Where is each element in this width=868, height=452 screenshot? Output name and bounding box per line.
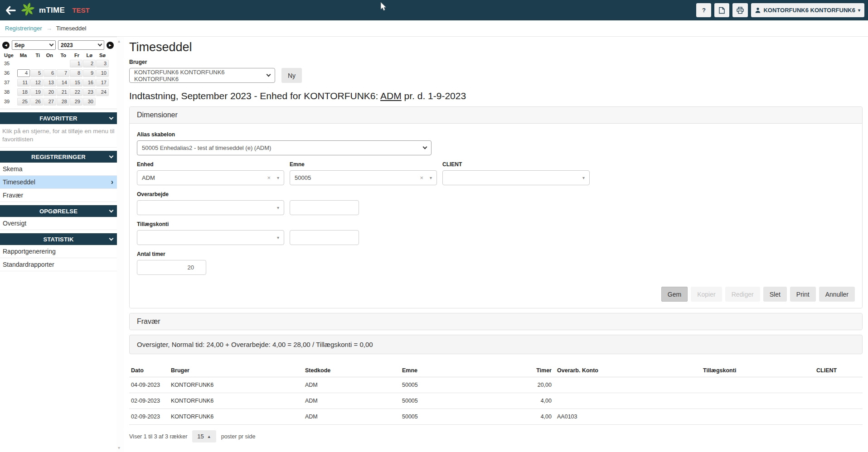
alias-skabelon-select[interactable]: 50005 Enhedalias2 - test af timeseddel (…: [137, 140, 432, 155]
help-button[interactable]: ?: [696, 3, 711, 17]
calendar-day-3[interactable]: 3: [96, 60, 109, 67]
print-button[interactable]: Print: [790, 287, 816, 302]
calendar-day-13[interactable]: 13: [44, 79, 56, 87]
calendar-day-12[interactable]: 12: [30, 79, 43, 87]
calendar-day-8[interactable]: 8: [70, 69, 82, 77]
chevron-down-icon: [109, 236, 114, 241]
chevron-down-icon: [49, 42, 54, 47]
calendar-day-1[interactable]: 1: [70, 60, 82, 67]
calendar-day-2[interactable]: 2: [83, 60, 96, 67]
dimensioner-panel-header[interactable]: Dimensioner: [130, 107, 862, 124]
calendar-day-29[interactable]: 29: [70, 98, 82, 106]
overarbejde-combobox[interactable]: ▾: [137, 200, 284, 215]
alias-skabelon-label: Alias skabelon: [137, 131, 855, 138]
calendar-day-22[interactable]: 22: [70, 88, 82, 96]
calendar-day-4[interactable]: 4: [17, 69, 30, 77]
pdf-export-button[interactable]: [714, 3, 729, 17]
calendar-day-30[interactable]: 30: [83, 98, 96, 106]
calendar-day-15[interactable]: 15: [70, 79, 82, 87]
printer-icon: [737, 7, 744, 14]
breadcrumb-link-registreringer[interactable]: Registreringer: [5, 25, 42, 32]
column-header-stedkode: Stedkode: [303, 364, 400, 377]
calendar-day-28[interactable]: 28: [57, 98, 69, 106]
breadcrumb: Registreringer → Timeseddel: [0, 20, 868, 37]
chevron-down-icon: ▾: [277, 235, 279, 240]
calendar-next-month-button[interactable]: ▶: [107, 42, 114, 49]
calendar-day-25[interactable]: 25: [17, 98, 30, 106]
back-button[interactable]: [5, 5, 17, 16]
tillaegskonti-combobox[interactable]: ▾: [137, 230, 284, 245]
calendar-day-6[interactable]: 6: [44, 69, 56, 77]
calendar-year-select[interactable]: 2023: [58, 40, 104, 50]
clear-icon[interactable]: ×: [420, 174, 423, 181]
calendar-month-select[interactable]: Sep: [12, 40, 56, 50]
content-scrollbar[interactable]: ▴ ▾: [117, 37, 124, 452]
sidebar-item-timeseddel[interactable]: Timeseddel›: [0, 176, 117, 189]
emne-combobox[interactable]: 50005 × ▾: [290, 170, 437, 185]
chevron-down-icon: ▾: [277, 175, 279, 180]
table-row[interactable]: 02-09-2023KONTORFUNK6ADM500054,00: [129, 393, 863, 409]
table-row[interactable]: 04-09-2023KONTORFUNK6ADM5000520,00: [129, 377, 863, 393]
bruger-select[interactable]: KONTORFUNK6 KONTORFUNK6 KONTORFUNK6: [129, 68, 275, 83]
sidebar-item-fravaer[interactable]: Fravær: [0, 189, 117, 202]
calendar-day-21[interactable]: 21: [57, 88, 69, 96]
table-body: 04-09-2023KONTORFUNK6ADM5000520,0002-09-…: [129, 377, 863, 425]
calendar-week-number: 39: [3, 98, 17, 106]
calendar-day-20[interactable]: 20: [44, 88, 56, 96]
gem-button[interactable]: Gem: [661, 287, 688, 302]
fravaer-panel: Fravær: [129, 313, 863, 330]
column-header-bruger: Bruger: [169, 364, 303, 377]
clear-icon[interactable]: ×: [267, 174, 271, 181]
antal-timer-input[interactable]: [137, 260, 206, 275]
calendar-day-23[interactable]: 23: [83, 88, 96, 96]
column-header-client: CLIENT: [815, 364, 863, 377]
sidebar-item-oversigt[interactable]: Oversigt: [0, 217, 117, 230]
pagination-suffix: poster pr side: [221, 433, 256, 440]
calendar-day-7[interactable]: 7: [57, 69, 69, 77]
page-size-button[interactable]: 15 ▲: [192, 430, 216, 442]
enhed-combobox[interactable]: ADM × ▾: [137, 170, 284, 185]
chevron-down-icon: [267, 72, 271, 77]
top-navbar: mTIME TEST ? KONTORFUNK6: [0, 0, 868, 20]
calendar-day-24[interactable]: 24: [96, 88, 109, 96]
tillaegskonti-hours-input[interactable]: [290, 230, 359, 245]
ny-button[interactable]: Ny: [281, 68, 302, 83]
calendar-blank-cell: [57, 60, 69, 67]
print-button[interactable]: [732, 3, 748, 17]
scroll-up-icon[interactable]: ▴: [118, 38, 120, 43]
overarbejde-label: Overarbejde: [137, 191, 855, 197]
calendar-header-uge: Uge: [3, 53, 17, 58]
chevron-down-icon: ▾: [430, 175, 432, 180]
scroll-down-icon[interactable]: ▾: [118, 445, 120, 450]
annuller-button[interactable]: Annuller: [819, 287, 855, 302]
unit-link[interactable]: ADM: [380, 91, 402, 101]
overarbejde-hours-input[interactable]: [290, 200, 359, 215]
sidebar-item-rapportgenerering[interactable]: Rapportgenerering: [0, 245, 117, 258]
sidebar-item-skema[interactable]: Skema: [0, 163, 117, 176]
table-row[interactable]: 02-09-2023KONTORFUNK6ADM500054,00AA0103: [129, 409, 863, 425]
calendar-day-9[interactable]: 9: [83, 69, 96, 77]
calendar-day-11[interactable]: 11: [17, 79, 30, 87]
client-combobox[interactable]: ▾: [442, 170, 590, 185]
calendar-day-16[interactable]: 16: [83, 79, 96, 87]
user-menu-button[interactable]: KONTORFUNK6 KONTORFUNK6 ▾: [751, 3, 864, 17]
section-header-statistik[interactable]: STATISTIK: [0, 233, 117, 245]
calendar-day-26[interactable]: 26: [30, 98, 43, 106]
calendar-day-27[interactable]: 27: [44, 98, 56, 106]
fravaer-panel-header[interactable]: Fravær: [130, 313, 862, 330]
enhed-label: Enhed: [137, 161, 284, 168]
sidebar-item-standardrapporter[interactable]: Standardrapporter: [0, 258, 117, 271]
calendar-day-19[interactable]: 19: [30, 88, 43, 96]
section-header-registreringer[interactable]: REGISTRERINGER: [0, 151, 117, 163]
section-header-opgorelse[interactable]: OPGØRELSE: [0, 205, 117, 217]
calendar-day-17[interactable]: 17: [96, 79, 109, 87]
section-header-favoritter[interactable]: FAVORITTER: [0, 112, 117, 124]
calendar-day-18[interactable]: 18: [17, 88, 30, 96]
slet-button[interactable]: Slet: [763, 287, 787, 302]
calendar-day-5[interactable]: 5: [30, 69, 43, 77]
chevron-down-icon: [109, 115, 114, 120]
entry-heading: Indtastning, September 2023 - Enhed for …: [129, 91, 863, 101]
calendar-day-10[interactable]: 10: [96, 69, 109, 77]
calendar-day-14[interactable]: 14: [57, 79, 69, 87]
calendar-prev-month-button[interactable]: ◀: [2, 42, 10, 49]
